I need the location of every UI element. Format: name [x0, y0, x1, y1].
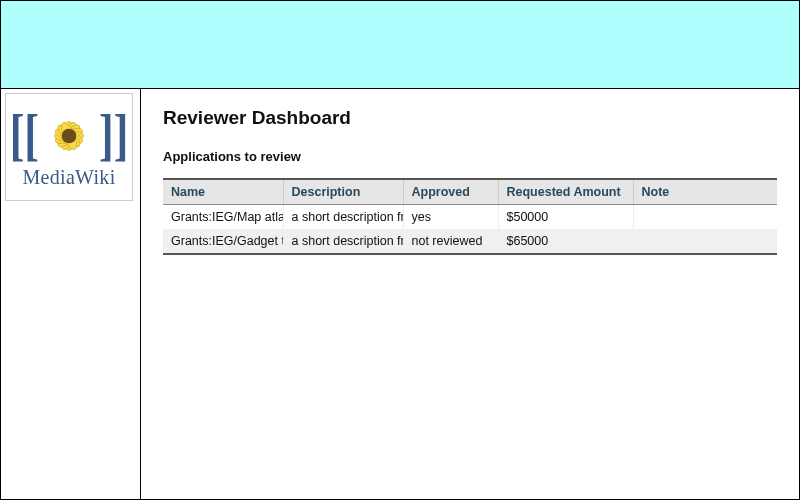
col-note[interactable]: Note: [633, 179, 777, 205]
logo-text: MediaWiki: [23, 166, 116, 189]
col-approved[interactable]: Approved: [403, 179, 498, 205]
table-row[interactable]: Grants:IEG/Map atlas a short description…: [163, 205, 777, 230]
cell-note: [633, 229, 777, 254]
top-banner: [1, 1, 799, 89]
applications-table: Name Description Approved Requested Amou…: [163, 178, 777, 255]
cell-note: [633, 205, 777, 230]
bracket-open-icon: [[: [10, 107, 39, 164]
bracket-close-icon: ]]: [99, 107, 128, 164]
svg-point-8: [62, 128, 77, 143]
logo-brackets: [[: [10, 108, 129, 164]
main-content: Reviewer Dashboard Applications to revie…: [141, 89, 799, 499]
table-row[interactable]: Grants:IEG/Gadget to a short description…: [163, 229, 777, 254]
page-title: Reviewer Dashboard: [163, 107, 777, 129]
cell-approved: not reviewed: [403, 229, 498, 254]
cell-name: Grants:IEG/Gadget to: [163, 229, 283, 254]
mediawiki-logo[interactable]: [[: [5, 93, 133, 201]
cell-name: Grants:IEG/Map atlas: [163, 205, 283, 230]
sidebar: [[: [1, 89, 141, 499]
sunflower-icon: [41, 108, 97, 164]
cell-description: a short description fro: [283, 205, 403, 230]
section-title: Applications to review: [163, 149, 777, 164]
table-header-row: Name Description Approved Requested Amou…: [163, 179, 777, 205]
col-amount[interactable]: Requested Amount: [498, 179, 633, 205]
col-description[interactable]: Description: [283, 179, 403, 205]
cell-description: a short description fro: [283, 229, 403, 254]
col-name[interactable]: Name: [163, 179, 283, 205]
cell-amount: $50000: [498, 205, 633, 230]
cell-approved: yes: [403, 205, 498, 230]
cell-amount: $65000: [498, 229, 633, 254]
